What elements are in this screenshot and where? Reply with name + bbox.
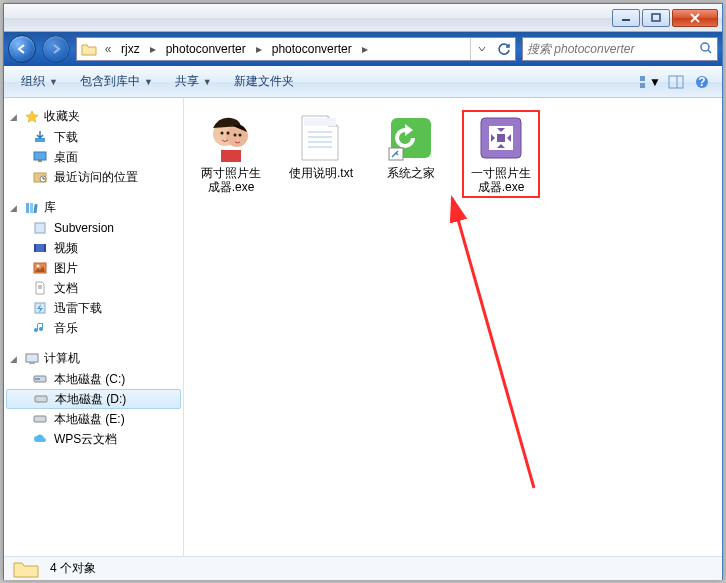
include-label: 包含到库中 [80,73,140,90]
folder-large-icon [12,559,40,579]
sidebar-item-downloads[interactable]: 下载 [4,127,183,147]
search-box[interactable] [522,37,718,61]
content-pane[interactable]: 两寸照片生成器.exe 使用说明.txt 系统之家 [184,98,722,556]
sidebar-item-desktop[interactable]: 桌面 [4,147,183,167]
sidebar-item-label: Subversion [54,221,114,235]
svn-icon [32,220,48,236]
include-button[interactable]: 包含到库中▼ [71,68,162,95]
sidebar-item-thunder[interactable]: 迅雷下载 [4,298,183,318]
svg-rect-23 [44,244,46,252]
sidebar-item-label: 图片 [54,260,78,277]
explorer-window: « rjxz ▸ photoconverter ▸ photoconverter… [3,3,723,580]
minimize-button[interactable] [612,9,640,27]
recent-icon [32,169,48,185]
refresh-button[interactable] [493,38,515,60]
video-icon [32,240,48,256]
svg-rect-17 [26,203,29,213]
sidebar-item-svn[interactable]: Subversion [4,218,183,238]
breadcrumb: « rjxz ▸ photoconverter ▸ photoconverter… [101,38,372,60]
chevron-down-icon: ▼ [649,75,661,89]
svg-text:?: ? [698,75,705,89]
organize-label: 组织 [21,73,45,90]
svg-point-41 [234,134,237,137]
chevron-down-icon: ▼ [203,77,212,87]
crumb-seg[interactable]: rjxz [115,38,146,60]
drive-icon [32,411,48,427]
svg-point-40 [227,132,230,135]
file-icon-txt [297,114,345,162]
sidebar-item-recent[interactable]: 最近访问的位置 [4,167,183,187]
file-icon-app [477,114,525,162]
search-input[interactable] [527,42,699,56]
crumb-seg[interactable]: photoconverter [160,38,252,60]
address-dropdown[interactable] [471,38,493,60]
back-button[interactable] [8,35,36,63]
sidebar-item-documents[interactable]: 文档 [4,278,183,298]
sidebar-item-drive-d[interactable]: 本地磁盘 (D:) [6,389,181,409]
chevron-right-icon[interactable]: ▸ [146,38,160,60]
file-item[interactable]: 使用说明.txt [282,110,360,184]
share-button[interactable]: 共享▼ [166,68,221,95]
svg-point-39 [221,132,224,135]
preview-pane-button[interactable] [664,71,688,93]
svg-rect-18 [30,203,33,213]
file-name: 两寸照片生成器.exe [196,166,266,194]
sidebar-item-label: 本地磁盘 (C:) [54,371,125,388]
computer-label: 计算机 [44,350,80,367]
svg-rect-20 [35,223,45,233]
svg-rect-22 [34,244,36,252]
forward-button[interactable] [42,35,70,63]
svg-rect-13 [34,152,46,160]
crumb-prefix[interactable]: « [101,38,115,60]
sidebar-item-music[interactable]: 音乐 [4,318,183,338]
sidebar-item-drive-c[interactable]: 本地磁盘 (C:) [4,369,183,389]
svg-rect-14 [38,160,42,162]
download-icon [32,129,48,145]
crumb-seg[interactable]: photoconverter [266,38,358,60]
svg-rect-6 [640,83,645,88]
help-button[interactable]: ? [690,71,714,93]
sidebar-item-label: 最近访问的位置 [54,169,138,186]
sidebar-item-label: 桌面 [54,149,78,166]
svg-rect-32 [35,378,40,380]
file-item[interactable]: 两寸照片生成器.exe [192,110,270,198]
chevron-down-icon: ▼ [49,77,58,87]
chevron-right-icon[interactable]: ▸ [358,38,372,60]
file-item-highlighted[interactable]: 一寸照片生成器.exe [462,110,540,198]
organize-button[interactable]: 组织▼ [12,68,67,95]
file-list: 两寸照片生成器.exe 使用说明.txt 系统之家 [192,110,714,198]
address-bar[interactable]: « rjxz ▸ photoconverter ▸ photoconverter… [76,37,516,61]
close-button[interactable] [672,9,718,27]
chevron-right-icon[interactable]: ▸ [252,38,266,60]
computer-icon [24,351,40,367]
sidebar-item-wps-cloud[interactable]: WPS云文档 [4,429,183,449]
file-item[interactable]: 系统之家 [372,110,450,184]
maximize-button[interactable] [642,9,670,27]
star-icon [24,109,40,125]
sidebar-group-favorites: ◢ 收藏夹 下载 桌面 最近访问的位置 [4,106,183,187]
file-name: 系统之家 [387,166,435,180]
svg-rect-34 [34,416,46,422]
sidebar-group-library: ◢ 库 Subversion 视频 图片 文档 迅雷下载 音乐 [4,197,183,338]
favorites-label: 收藏夹 [44,108,80,125]
search-icon[interactable] [699,41,713,58]
navbar: « rjxz ▸ photoconverter ▸ photoconverter… [4,32,722,66]
favorites-header[interactable]: ◢ 收藏夹 [4,106,183,127]
sidebar-item-drive-e[interactable]: 本地磁盘 (E:) [4,409,183,429]
svg-rect-8 [669,76,683,88]
file-icon-photo [207,114,255,162]
svg-point-2 [701,43,709,51]
sidebar-item-pictures[interactable]: 图片 [4,258,183,278]
titlebar [4,4,722,32]
sidebar-item-video[interactable]: 视频 [4,238,183,258]
svg-point-42 [239,134,242,137]
svg-rect-19 [33,203,37,212]
newfolder-button[interactable]: 新建文件夹 [225,68,303,95]
picture-icon [32,260,48,276]
body: ◢ 收藏夹 下载 桌面 最近访问的位置 ◢ 库 Subversion 视频 图片… [4,98,722,556]
library-header[interactable]: ◢ 库 [4,197,183,218]
collapse-icon: ◢ [10,203,20,213]
computer-header[interactable]: ◢ 计算机 [4,348,183,369]
view-button[interactable]: ▼ [638,71,662,93]
sidebar-item-label: WPS云文档 [54,431,117,448]
